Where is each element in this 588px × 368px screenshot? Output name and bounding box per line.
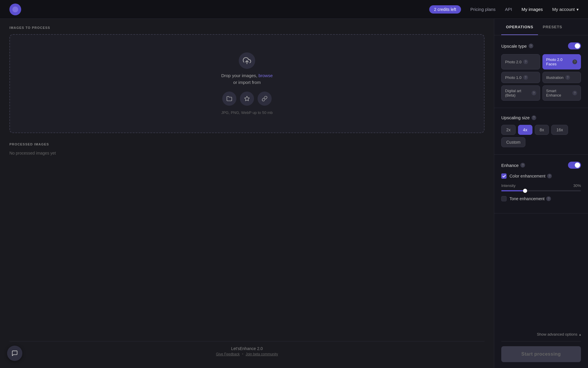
enhance-section: Enhance ? Color enhancement ? In — [494, 155, 588, 213]
tone-enhancement-label: Tone enhancement ? — [510, 196, 551, 201]
upscale-type-toggle[interactable] — [568, 42, 581, 49]
upscale-type-label: Upscale type ? — [501, 44, 533, 49]
show-advanced-options[interactable]: Show advanced options — [501, 332, 581, 342]
credits-badge: 2 credits left — [429, 5, 461, 14]
upscale-type-info-icon[interactable]: ? — [529, 44, 533, 48]
drive-import-button[interactable] — [240, 92, 254, 106]
size-btn-8x[interactable]: 8x — [535, 125, 549, 135]
size-btn-custom[interactable]: Custom — [501, 137, 525, 147]
header: 2 credits left Pricing plans API My imag… — [0, 0, 588, 19]
type-btn-photo-1[interactable]: Photo 1.0 ? — [501, 72, 540, 83]
size-btn-4x[interactable]: 4x — [518, 125, 532, 135]
chat-button[interactable] — [7, 346, 22, 361]
enhance-info-icon[interactable]: ? — [520, 163, 525, 168]
type-btn-photo-2-faces[interactable]: Photo 2.0 Faces ? — [542, 54, 581, 69]
type-btn-smart-enhance[interactable]: Smart Enhance ? — [542, 85, 581, 101]
slider-thumb[interactable] — [523, 189, 527, 193]
drop-text: Drop your images, browse or import from — [221, 72, 273, 86]
size-buttons: 2x 4x 8x 16x Custom — [501, 125, 581, 147]
upscale-type-grid: Photo 2.0 ? Photo 2.0 Faces ? Photo 1.0 … — [501, 54, 581, 101]
images-section-title: IMAGES TO PROCESS — [9, 26, 485, 29]
browse-link[interactable]: browse — [258, 73, 273, 78]
tab-operations[interactable]: OPERATIONS — [501, 19, 538, 35]
footer-app-name: Let'sEnhance 2.0 — [14, 346, 480, 351]
type-btn-illustration[interactable]: Illustration ? — [542, 72, 581, 83]
file-info: JPG, PNG, WebP up to 50 mb — [221, 110, 273, 115]
svg-marker-1 — [245, 96, 250, 101]
photo2faces-info-icon[interactable]: ? — [572, 59, 577, 64]
drop-text-2: or import from — [233, 80, 260, 85]
header-nav: 2 credits left Pricing plans API My imag… — [429, 5, 579, 14]
footer-links: Give Feedback • Join beta community — [14, 352, 480, 356]
start-processing-button[interactable]: Start processing — [501, 346, 581, 362]
intensity-slider[interactable] — [501, 190, 581, 191]
upload-icon — [239, 52, 255, 69]
url-import-button[interactable] — [258, 92, 272, 106]
pricing-plans-link[interactable]: Pricing plans — [470, 7, 496, 12]
slider-header: Intensity 30% — [501, 183, 581, 188]
type-btn-digital-art[interactable]: Digital art (Beta) ? — [501, 85, 540, 101]
my-images-link[interactable]: My images — [522, 7, 543, 12]
color-enhancement-row: Color enhancement ? — [501, 173, 581, 179]
account-label: My account — [552, 7, 575, 12]
size-btn-2x[interactable]: 2x — [501, 125, 516, 135]
intensity-value: 30% — [573, 183, 581, 188]
footer-dot: • — [242, 352, 243, 356]
size-btn-16x[interactable]: 16x — [551, 125, 568, 135]
right-panel: OPERATIONS PRESETS Upscale type ? Photo … — [494, 19, 588, 368]
left-panel: IMAGES TO PROCESS Drop your images, brow… — [0, 19, 494, 368]
upscaling-size-row: Upscaling size ? — [501, 115, 581, 120]
show-advanced-label: Show advanced options — [537, 332, 577, 336]
color-enhancement-checkbox[interactable] — [501, 173, 507, 179]
drop-zone[interactable]: Drop your images, browse or import from — [9, 34, 485, 133]
logo-inner — [12, 6, 18, 12]
account-chevron-down-icon — [577, 7, 579, 12]
join-beta-link[interactable]: Join beta community — [245, 352, 278, 356]
main-layout: IMAGES TO PROCESS Drop your images, brow… — [0, 19, 588, 368]
slider-fill — [501, 190, 525, 191]
intensity-label: Intensity — [501, 183, 515, 188]
drop-text-1: Drop your images, — [221, 73, 257, 78]
tone-enhancement-info-icon[interactable]: ? — [546, 196, 551, 201]
api-link[interactable]: API — [505, 7, 512, 12]
photo1-info-icon[interactable]: ? — [523, 75, 528, 80]
advanced-chevron-up-icon — [579, 332, 581, 336]
processed-section-title: PROCESSED IMAGES — [9, 142, 485, 146]
enhance-toggle[interactable] — [568, 162, 581, 169]
logo[interactable] — [9, 4, 21, 15]
enhance-label: Enhance ? — [501, 163, 525, 168]
file-import-button[interactable] — [222, 92, 236, 106]
color-enhancement-label: Color enhancement ? — [510, 174, 552, 178]
enhance-row: Enhance ? — [501, 162, 581, 169]
footer: Let'sEnhance 2.0 Give Feedback • Join be… — [9, 341, 485, 361]
illustration-info-icon[interactable]: ? — [565, 75, 570, 80]
bottom-actions: Show advanced options Start processing — [494, 326, 588, 368]
photo2-info-icon[interactable]: ? — [523, 59, 528, 64]
upscaling-size-section: Upscaling size ? 2x 4x 8x 16x Custom — [494, 108, 588, 155]
my-account-menu[interactable]: My account — [552, 7, 579, 12]
tone-enhancement-row: Tone enhancement ? — [501, 196, 581, 201]
no-processed-text: No processed images yet — [9, 151, 485, 155]
color-enhancement-info-icon[interactable]: ? — [547, 174, 552, 178]
import-icons — [222, 92, 272, 106]
panel-tabs: OPERATIONS PRESETS — [494, 19, 588, 35]
upscale-type-section: Upscale type ? Photo 2.0 ? Photo 2.0 Fac… — [494, 35, 588, 108]
type-btn-photo-2[interactable]: Photo 2.0 ? — [501, 54, 540, 69]
tone-enhancement-checkbox[interactable] — [501, 196, 507, 201]
processed-section: PROCESSED IMAGES No processed images yet — [9, 142, 485, 341]
tab-presets[interactable]: PRESETS — [538, 19, 567, 35]
digital-art-info-icon[interactable]: ? — [532, 91, 536, 95]
give-feedback-link[interactable]: Give Feedback — [216, 352, 240, 356]
upscaling-size-label: Upscaling size ? — [501, 115, 536, 120]
upscaling-size-info-icon[interactable]: ? — [532, 115, 536, 120]
intensity-slider-section: Intensity 30% — [501, 183, 581, 191]
upscale-type-row: Upscale type ? — [501, 42, 581, 49]
smart-enhance-info-icon[interactable]: ? — [572, 91, 577, 95]
